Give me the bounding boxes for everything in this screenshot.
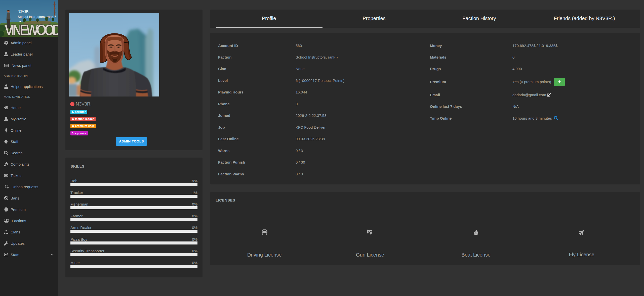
svg-text:VINEWOOD: VINEWOOD — [5, 21, 58, 37]
